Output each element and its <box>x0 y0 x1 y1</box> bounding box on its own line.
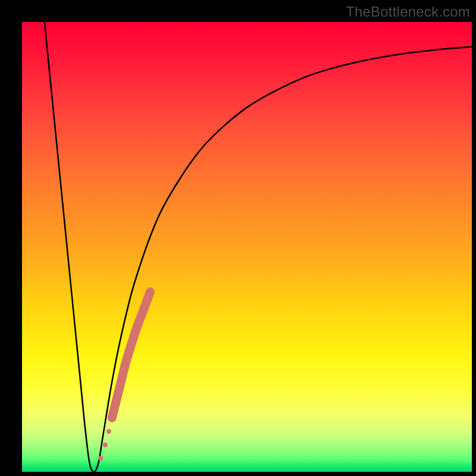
highlight-dot <box>98 456 103 461</box>
bottleneck-curve <box>45 22 472 472</box>
chart-overlay <box>22 22 472 472</box>
plot-area <box>22 22 472 472</box>
highlight-dot <box>103 443 108 447</box>
highlight-dot <box>107 429 111 434</box>
watermark-text: TheBottleneck.com <box>346 4 470 20</box>
chart-frame: TheBottleneck.com <box>0 0 476 476</box>
